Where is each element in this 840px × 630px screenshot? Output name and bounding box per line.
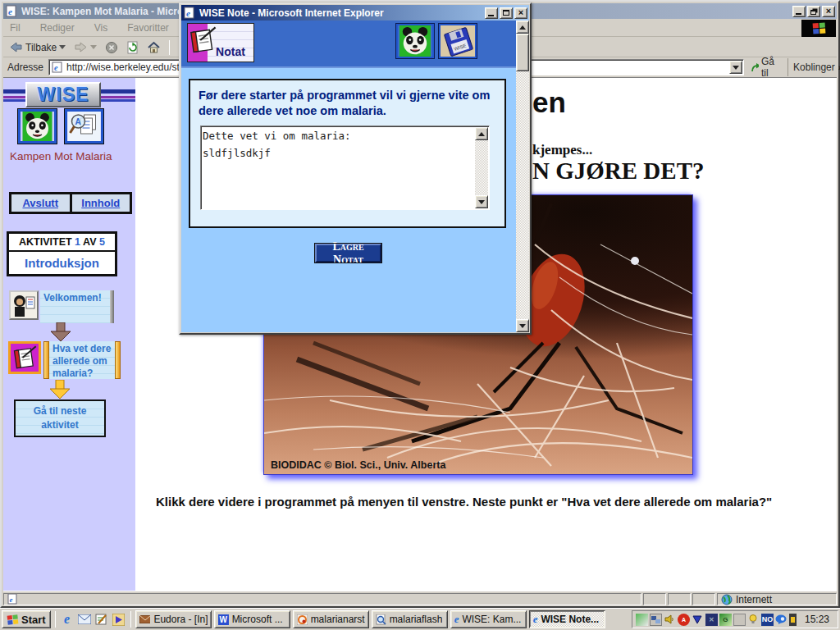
desktop: e WISE: Kampen Mot Malaria - Micros × Fi…: [0, 0, 840, 630]
minimize-button[interactable]: [485, 7, 498, 19]
language-indicator[interactable]: NO: [761, 614, 774, 626]
magnifier-doc-icon: [376, 614, 386, 625]
outlook-express-icon[interactable]: [77, 612, 92, 627]
antivirus-icon[interactable]: G: [719, 614, 732, 626]
notat-tab[interactable]: Notat: [187, 23, 254, 62]
ie-page-icon: e: [7, 594, 18, 605]
instruction-text: Klikk dere videre i programmet på menyen…: [156, 495, 820, 509]
links-button[interactable]: Koblinger »: [788, 58, 840, 76]
menu-rediger[interactable]: Rediger: [40, 22, 75, 34]
activity-counter: AKTIVITET 1 AV 5: [9, 234, 115, 252]
network-connection-icon[interactable]: [650, 614, 662, 626]
volume-icon[interactable]: [664, 614, 676, 626]
task-malarianarst[interactable]: malarianarst: [293, 610, 369, 628]
down-arrow-yellow: [48, 380, 72, 399]
person-icon: [9, 290, 39, 320]
system-tray: A ✕ G NO 15:23: [632, 610, 838, 628]
task-wise-kampen[interactable]: e WISE: Kam...: [450, 610, 527, 628]
system-tool-icon[interactable]: ✕: [705, 614, 718, 626]
subheading-fragment: kjempes...: [532, 142, 592, 158]
note-header: Notat WISE: [181, 21, 516, 68]
notepad-icon: [8, 341, 41, 374]
address-url: http://wise.berkeley.edu/stude: [66, 62, 196, 73]
power-scheme-icon[interactable]: [747, 614, 760, 626]
step-label: Hva vet dere allerede om malaria?: [49, 341, 115, 379]
quit-contents-bar: Avslutt Innhold: [9, 192, 132, 214]
download-manager-icon[interactable]: [692, 614, 704, 626]
wise-logo: WISE: [25, 82, 101, 107]
down-arrow-brown: [49, 322, 72, 342]
panda-icon[interactable]: [396, 24, 434, 58]
restore-button[interactable]: [807, 6, 820, 17]
mail-icon: [139, 615, 151, 623]
menu-favoritter[interactable]: Favoritter: [127, 22, 169, 34]
popup-scrollbar[interactable]: [516, 21, 529, 332]
taskbar: Start e Eudora - [In] W Microsoft ... ma…: [0, 608, 840, 630]
task-wise-note-active[interactable]: e WISE Note...: [529, 610, 605, 628]
close-button[interactable]: ×: [822, 6, 835, 17]
address-dropdown-button[interactable]: [729, 61, 742, 74]
task-malariaflash[interactable]: malariaflash: [372, 610, 448, 628]
step-label: Velkommen!: [40, 290, 110, 323]
forward-button[interactable]: [71, 39, 99, 55]
stop-button[interactable]: [103, 39, 121, 56]
messenger-icon[interactable]: [775, 614, 788, 626]
popup-titlebar[interactable]: e WISE Note - Microsoft Internet Explore…: [181, 5, 529, 21]
home-icon: [147, 41, 161, 53]
refresh-button[interactable]: [124, 39, 141, 56]
menu-vis[interactable]: Vis: [94, 22, 107, 34]
scrollbar-thumb[interactable]: [516, 34, 529, 71]
windows-logo-icon: [7, 614, 19, 624]
wise-note-window: e WISE Note - Microsoft Internet Explore…: [179, 2, 532, 335]
svg-text:e: e: [8, 7, 12, 16]
svg-text:e: e: [54, 63, 58, 72]
close-button[interactable]: ×: [514, 7, 527, 19]
step-hva-vet-dere[interactable]: Hva vet dere allerede om malaria?: [8, 341, 121, 379]
activity-name: Introduksjon: [9, 252, 115, 274]
panda-icon[interactable]: [18, 109, 57, 144]
home-button[interactable]: [144, 39, 163, 55]
page-heading-fragment: en: [532, 86, 566, 119]
stop-icon: [105, 41, 118, 54]
notepad-icon: [189, 26, 217, 54]
wise-sidebar: WISE A Kampen Mot Malaria Avslutt Innhol…: [3, 78, 135, 591]
start-button[interactable]: Start: [2, 610, 51, 628]
step-velkommen[interactable]: Velkommen!: [9, 290, 114, 323]
go-arrow-icon: [751, 62, 759, 73]
internet-explorer-icon[interactable]: e: [60, 612, 75, 627]
refresh-icon: [126, 41, 139, 54]
display-settings-icon[interactable]: [733, 614, 746, 626]
battery-icon[interactable]: [789, 614, 797, 626]
note-panel: Før dere starter på programmet vil vi gj…: [189, 79, 506, 228]
media-player-icon[interactable]: [112, 612, 126, 627]
ie-page-icon: e: [183, 7, 196, 19]
show-desktop-icon[interactable]: [94, 612, 109, 627]
go-button[interactable]: Gå til: [744, 58, 784, 76]
image-caption: BIODIDAC © Biol. Sci., Univ. Alberta: [271, 459, 445, 471]
minimize-button[interactable]: [792, 6, 806, 17]
quit-link[interactable]: Avslutt: [11, 194, 70, 212]
address-label: Adresse: [3, 62, 48, 73]
graphics-utility-icon[interactable]: [636, 614, 648, 626]
back-button[interactable]: Tilbake: [7, 39, 68, 55]
documents-magnifier-icon[interactable]: A: [65, 109, 103, 144]
save-note-button[interactable]: Lagre Notat: [315, 244, 381, 262]
maximize-button[interactable]: [500, 7, 513, 19]
note-textarea[interactable]: Dette vet vi om malaria: sldfjlsdkjf: [203, 128, 474, 208]
task-word[interactable]: W Microsoft ...: [214, 610, 290, 628]
textarea-scrollbar[interactable]: [475, 127, 488, 208]
contents-link[interactable]: Innhold: [72, 194, 130, 212]
ati-icon[interactable]: A: [678, 614, 690, 626]
note-prompt: Før dere starter på programmet vil vi gj…: [199, 88, 496, 119]
main-window-title: WISE: Kampen Mot Malaria - Micros: [21, 6, 189, 17]
word-icon: W: [218, 614, 229, 625]
menu-fil[interactable]: Fil: [10, 22, 21, 34]
save-floppy-icon[interactable]: WISE: [439, 24, 477, 58]
project-title: Kampen Mot Malaria: [10, 150, 112, 162]
ie-icon: e: [454, 613, 459, 626]
next-activity-button[interactable]: Gå til neste aktivitet: [14, 399, 106, 437]
task-eudora[interactable]: Eudora - [In]: [135, 610, 212, 628]
note-input-wrapper: Dette vet vi om malaria: sldfjlsdkjf: [200, 126, 490, 210]
status-bar: e Internett: [3, 591, 837, 605]
svg-text:e: e: [10, 596, 13, 604]
